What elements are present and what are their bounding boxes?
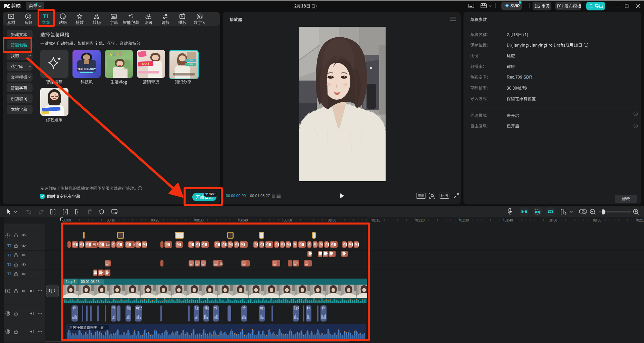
svg-text:?: ? xyxy=(635,112,637,115)
svg-text:?: ? xyxy=(635,124,637,128)
